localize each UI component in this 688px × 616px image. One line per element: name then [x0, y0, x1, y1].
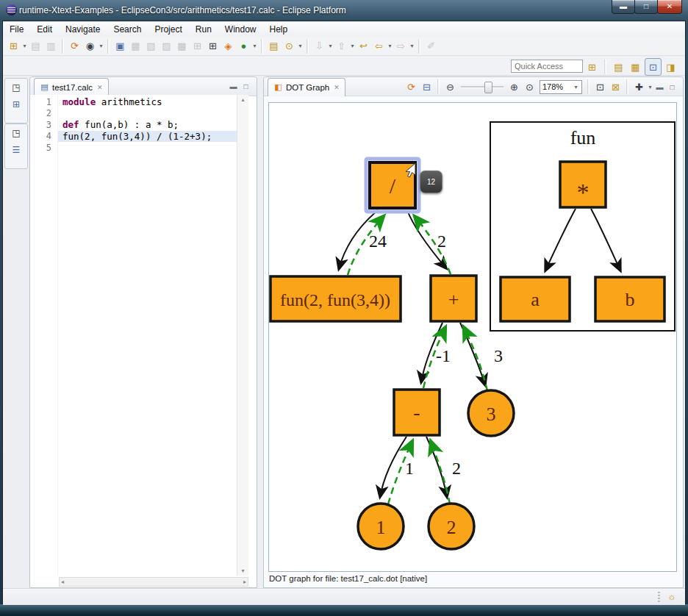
node-plus[interactable]: + — [431, 276, 476, 321]
export-graph-button[interactable]: ⊟ — [419, 79, 434, 95]
minimize-window-button[interactable]: ▬ — [612, 0, 635, 14]
restore-views-button[interactable]: ◳ — [9, 126, 24, 140]
back-caret-icon[interactable]: ▾ — [387, 43, 393, 49]
zoom-slider-thumb[interactable] — [484, 82, 492, 93]
scroll-up-icon[interactable]: ▴ — [237, 95, 248, 103]
tab-test17-calc[interactable]: ▤ test17.calc ✕ — [34, 78, 109, 96]
node-minus[interactable]: - — [394, 390, 440, 435]
forward-button[interactable]: ⇨ — [393, 38, 409, 54]
scroll-down-icon[interactable]: ▾ — [237, 567, 248, 574]
user-profile-caret-icon[interactable]: ▾ — [98, 43, 104, 49]
node-call-label: fun(2, fun(3,4)) — [280, 290, 390, 309]
maximize-view-button[interactable]: □ — [240, 82, 252, 90]
forward-caret-icon[interactable]: ▾ — [409, 43, 415, 49]
node-a[interactable]: a — [501, 277, 570, 321]
previous-annotation-caret-icon[interactable]: ▾ — [349, 43, 356, 49]
maximize-window-button[interactable]: □ — [634, 0, 658, 14]
profile-button[interactable]: ▩ — [174, 38, 190, 54]
node-a-label: a — [531, 289, 540, 310]
window-title: runtime-Xtext-Examples - EclipseCon3/src… — [19, 5, 346, 15]
sync-button[interactable]: ◈ — [221, 38, 236, 54]
new-wizard-caret-icon[interactable]: ▾ — [21, 43, 28, 49]
menu-project[interactable]: Project — [148, 23, 188, 36]
node-3[interactable]: 3 — [468, 390, 514, 436]
package-explorer-icon[interactable]: ⊞ — [9, 98, 24, 111]
pin-editor-button[interactable]: ✐ — [423, 38, 439, 54]
menu-navigate[interactable]: Navigate — [59, 23, 107, 36]
file-icon: ▤ — [40, 82, 49, 93]
zoom-out-button[interactable]: ⊖ — [442, 79, 458, 95]
close-tab-icon[interactable]: ✕ — [334, 84, 340, 91]
menu-search[interactable]: Search — [107, 23, 148, 36]
scroll-left-icon[interactable]: ◂ — [60, 579, 65, 585]
dot-graph-tab-header: ◧ DOT Graph ✕ ⟳ ⊟ ⊖ ⊕ ⊙ 178% ▾ ⊡ ⊠ ✚ ▾ — [264, 77, 683, 96]
external-tools-caret-icon[interactable]: ▾ — [251, 43, 258, 49]
save-all-button[interactable]: ▥ — [43, 38, 59, 54]
minimized-view-stack-bottom: ◳ ☰ — [4, 123, 28, 169]
update-button[interactable]: ⟳ — [67, 38, 82, 54]
maximize-view-button[interactable]: □ — [666, 83, 678, 91]
zoom-level-combobox[interactable]: 178% ▾ — [540, 80, 582, 94]
editor-vertical-scrollbar[interactable]: ▴ ▾ — [237, 95, 248, 576]
table-view-button[interactable]: ⊞ — [205, 38, 221, 54]
fit-to-view-button[interactable]: ✚ — [631, 79, 647, 95]
external-tools-button[interactable]: ● — [236, 38, 251, 54]
next-annotation-caret-icon[interactable]: ▾ — [327, 43, 334, 49]
restore-views-button[interactable]: ◳ — [9, 81, 24, 94]
minimize-view-button[interactable]: ▬ — [227, 82, 240, 90]
close-tab-icon[interactable]: ✕ — [97, 84, 103, 91]
coverage-button[interactable]: ▨ — [159, 38, 174, 54]
title-bar[interactable]: runtime-Xtext-Examples - EclipseCon3/src… — [0, 0, 688, 21]
console-button[interactable]: ▣ — [112, 38, 128, 54]
zoom-in-button[interactable]: ⊕ — [506, 79, 522, 95]
menu-help[interactable]: Help — [263, 23, 295, 36]
zoom-to-selection-button[interactable]: ⊡ — [592, 79, 608, 95]
open-perspective-button[interactable]: ⊞ — [584, 59, 600, 75]
node-2[interactable]: 2 — [429, 504, 474, 549]
minimize-view-button[interactable]: ▬ — [653, 83, 666, 91]
node-2-label: 2 — [447, 517, 456, 538]
scroll-right-icon[interactable]: ▸ — [242, 579, 248, 585]
minimized-view-stack-top: ◳ ⊞ — [4, 78, 28, 123]
menu-run[interactable]: Run — [189, 23, 218, 36]
zoom-slider[interactable] — [461, 81, 504, 93]
node-1[interactable]: 1 — [358, 504, 404, 549]
last-edit-location-button[interactable]: ↩ — [356, 38, 371, 54]
zoom-original-button[interactable]: ⊙ — [522, 79, 537, 95]
sync-graph-button[interactable]: ⟳ — [404, 79, 419, 95]
node-b[interactable]: b — [595, 277, 664, 321]
run-history-button[interactable]: ⊞ — [190, 38, 205, 54]
new-wizard-button[interactable]: ⊞ — [6, 38, 21, 54]
zoom-to-page-button[interactable]: ⊠ — [608, 79, 623, 95]
next-annotation-button[interactable]: ⇩ — [312, 38, 327, 54]
perspective-resource-button[interactable]: ▤ — [611, 59, 626, 75]
graph-canvas[interactable]: fun 24 2 -1 3 1 2 / — [268, 102, 677, 572]
outline-icon[interactable]: ☰ — [9, 143, 24, 157]
perspective-git-button[interactable]: ▦ — [628, 59, 643, 75]
search-caret-icon[interactable]: ▾ — [297, 43, 304, 49]
lightbulb-icon[interactable]: ☼ — [667, 591, 676, 602]
previous-annotation-button[interactable]: ⇧ — [334, 38, 349, 54]
back-button[interactable]: ⇦ — [371, 38, 387, 54]
keyword: module — [62, 96, 96, 107]
fit-caret-icon[interactable]: ▾ — [647, 84, 653, 90]
debug-button[interactable]: ▦ — [128, 38, 143, 54]
menu-window[interactable]: Window — [218, 23, 263, 36]
perspective-other-button[interactable]: ◨ — [663, 59, 678, 75]
open-task-button[interactable]: ▤ — [266, 38, 282, 54]
perspective-active-button[interactable]: ⊡ — [645, 58, 662, 76]
search-button[interactable]: ⊙ — [282, 38, 297, 54]
editor-horizontal-scrollbar[interactable]: ◂ ▸ — [59, 577, 248, 587]
close-window-button[interactable]: ✕ — [657, 0, 682, 14]
user-profile-button[interactable]: ◉ — [82, 38, 98, 54]
save-button[interactable]: ▤ — [28, 38, 43, 54]
menu-file[interactable]: File — [3, 23, 30, 36]
node-call[interactable]: fun(2, fun(3,4)) — [270, 276, 401, 321]
tab-dot-graph[interactable]: ◧ DOT Graph ✕ — [268, 78, 345, 96]
run-button[interactable]: ▧ — [143, 38, 159, 54]
menu-edit[interactable]: Edit — [30, 23, 59, 36]
node-mul[interactable]: * — [560, 162, 606, 207]
result-edges — [348, 216, 487, 504]
quick-access-input[interactable] — [511, 60, 583, 73]
code-editor[interactable]: module arithmetics def fun(a,b) : a * b;… — [58, 95, 237, 576]
